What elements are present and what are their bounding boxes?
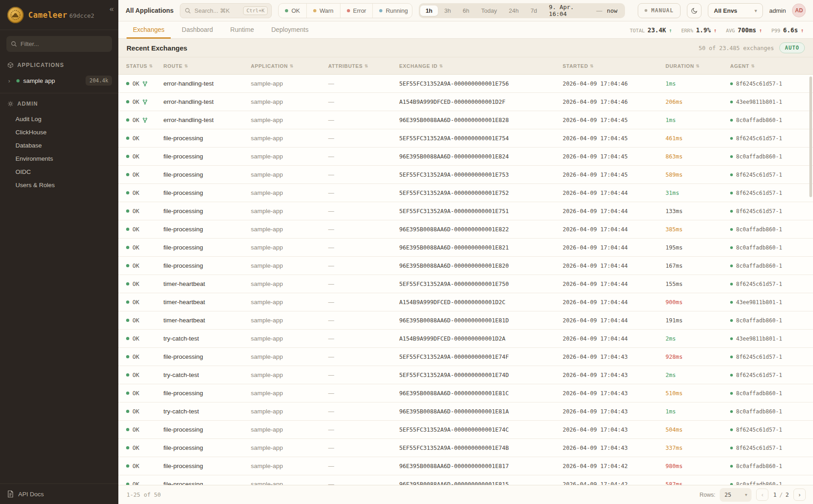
row-exchange-id: 96E395B0088AA6D-000000000001E824 (399, 153, 563, 160)
filter-ok[interactable]: OK (279, 4, 307, 18)
filter-warn[interactable]: Warn (307, 4, 340, 18)
table-row[interactable]: OK file-processing sample-app — 96E395B0… (118, 457, 813, 475)
agent-status-dot (730, 228, 733, 231)
row-application: sample-app (251, 226, 328, 233)
column-header-started[interactable]: STARTED⇅ (563, 63, 666, 69)
table-row[interactable]: OK file-processing sample-app — 5EF55FC3… (118, 166, 813, 184)
dark-mode-toggle[interactable] (687, 3, 701, 18)
next-page-button[interactable]: › (793, 489, 806, 501)
sidebar-item-clickhouse[interactable]: ClickHouse (0, 126, 118, 139)
column-header-application[interactable]: APPLICATION⇅ (251, 63, 328, 69)
sidebar-item-users-roles[interactable]: Users & Roles (0, 178, 118, 192)
chevron-right-icon[interactable]: › (8, 77, 13, 84)
stat-avg: AVG 700ms ↑ (726, 26, 762, 34)
table-row[interactable]: OK file-processing sample-app — 5EF55FC3… (118, 129, 813, 148)
search-shortcut-badge: Ctrl+K (243, 6, 268, 15)
table-row[interactable]: OK file-processing sample-app — 96E395B0… (118, 220, 813, 239)
api-docs-link[interactable]: API Docs (0, 484, 118, 504)
table-row[interactable]: OK timer-heartbeat sample-app — 96E395B0… (118, 311, 813, 330)
table-row[interactable]: OK file-processing sample-app — 96E395B0… (118, 384, 813, 402)
column-header-status[interactable]: STATUS⇅ (126, 63, 163, 69)
table-row[interactable]: OK try-catch-test sample-app — A154B9A99… (118, 330, 813, 348)
table-row[interactable]: OK error-handling-test sample-app — 96E3… (118, 111, 813, 129)
table-row[interactable]: OK file-processing sample-app — 96E395B0… (118, 475, 813, 485)
sidebar-filter[interactable] (6, 36, 112, 52)
recent-exchanges-bar: Recent Exchanges 50 of 23.485 exchanges … (118, 39, 813, 57)
range-today[interactable]: Today (476, 5, 503, 16)
range-3h[interactable]: 3h (439, 5, 456, 16)
row-status-dot (126, 100, 129, 103)
row-exchange-id: 96E395B0088AA6D-000000000001E821 (399, 244, 563, 251)
sidebar-item-oidc[interactable]: OIDC (0, 165, 118, 178)
table-row[interactable]: OK error-handling-test sample-app — 5EF5… (118, 75, 813, 93)
row-route: try-catch-test (163, 408, 251, 415)
prev-page-button[interactable]: ‹ (756, 489, 768, 501)
column-header-agent[interactable]: AGENT⇅ (730, 63, 813, 69)
table-row[interactable]: OK error-handling-test sample-app — A154… (118, 93, 813, 111)
filter-running[interactable]: Running (373, 4, 412, 18)
range-24h[interactable]: 24h (503, 5, 524, 16)
table-row[interactable]: OK try-catch-test sample-app — 5EF55FC31… (118, 366, 813, 384)
sidebar-item-audit-log[interactable]: Audit Log (0, 112, 118, 126)
tab-runtime[interactable]: Runtime (224, 21, 260, 39)
filter-error[interactable]: Error (340, 4, 373, 18)
rows-per-page-select[interactable]: 25 ▾ (720, 488, 752, 502)
table-row[interactable]: OK timer-heartbeat sample-app — 5EF55FC3… (118, 275, 813, 293)
range-7d[interactable]: 7d (525, 5, 542, 16)
table-row[interactable]: OK file-processing sample-app — 96E395B0… (118, 148, 813, 166)
row-exchange-id: A154B9A999DFCED-000000000001D2F (399, 98, 563, 105)
row-exchange-id: 5EF55FC31352A9A-000000000001E750 (399, 280, 563, 287)
sidebar-item-sample-app[interactable]: › sample app 204.4k (0, 72, 118, 89)
global-search-input[interactable]: Search... ⌘K Ctrl+K (180, 3, 272, 18)
sidebar-collapse-icon[interactable]: « (110, 5, 114, 14)
row-attributes: — (328, 244, 399, 251)
row-attributes: — (328, 280, 399, 287)
sidebar-item-database[interactable]: Database (0, 139, 118, 152)
agent-status-dot (730, 119, 733, 122)
row-route: error-handling-test (163, 80, 251, 87)
environment-select[interactable]: All Envs ▾ (708, 3, 762, 18)
sort-icon: ⇅ (590, 64, 594, 68)
column-header-attributes[interactable]: ATTRIBUTES⇅ (328, 63, 399, 69)
fork-icon (142, 99, 147, 105)
row-status-label: OK (132, 117, 139, 123)
tab-exchanges[interactable]: Exchanges (127, 21, 171, 39)
range-1h[interactable]: 1h (420, 5, 438, 16)
row-status-label: OK (132, 280, 139, 287)
sidebar-filter-input[interactable] (20, 41, 107, 47)
range-6h[interactable]: 6h (457, 5, 475, 16)
sidebar-item-environments[interactable]: Environments (0, 152, 118, 165)
table-row[interactable]: OK file-processing sample-app — 5EF55FC3… (118, 348, 813, 366)
fork-icon (142, 81, 147, 87)
table-row[interactable]: OK file-processing sample-app — 5EF55FC3… (118, 421, 813, 439)
column-header-exchange-id[interactable]: EXCHANGE ID⇅ (399, 63, 563, 69)
row-started: 2026-04-09 17:04:44 (563, 226, 666, 233)
user-name: admin (769, 7, 786, 14)
table-row[interactable]: OK file-processing sample-app — 5EF55FC3… (118, 184, 813, 202)
table-row[interactable]: OK file-processing sample-app — 5EF55FC3… (118, 202, 813, 220)
manual-refresh-button[interactable]: MANUAL (638, 3, 680, 18)
row-started: 2026-04-09 17:04:46 (563, 80, 666, 87)
time-range-display[interactable]: 9. Apr. 16:04 — now (544, 4, 624, 17)
row-status-dot (126, 446, 129, 449)
table-row[interactable]: OK file-processing sample-app — 5EF55FC3… (118, 439, 813, 457)
table-row[interactable]: OK try-catch-test sample-app — 96E395B00… (118, 402, 813, 421)
table-row[interactable]: OK file-processing sample-app — 96E395B0… (118, 239, 813, 257)
column-header-duration[interactable]: DURATION⇅ (666, 63, 730, 69)
auto-refresh-badge[interactable]: AUTO (779, 42, 805, 53)
stat-p99: P99 6.6s ↑ (771, 26, 804, 34)
table-row[interactable]: OK timer-heartbeat sample-app — A154B9A9… (118, 293, 813, 311)
row-application: sample-app (251, 98, 328, 105)
status-filter-group: OK Warn Error Running (278, 3, 412, 18)
table-row[interactable]: OK file-processing sample-app — 96E395B0… (118, 257, 813, 275)
row-status-dot (126, 410, 129, 413)
tab-dashboard[interactable]: Dashboard (175, 21, 219, 39)
tab-deployments[interactable]: Deployments (265, 21, 315, 39)
agent-status-dot (730, 265, 733, 267)
column-header-route[interactable]: ROUTE⇅ (163, 63, 251, 69)
avatar[interactable]: AD (792, 4, 806, 17)
scrollbar-thumb[interactable] (809, 76, 812, 197)
row-started: 2026-04-09 17:04:44 (563, 244, 666, 251)
row-attributes: — (328, 98, 399, 105)
agent-status-dot (730, 210, 733, 213)
